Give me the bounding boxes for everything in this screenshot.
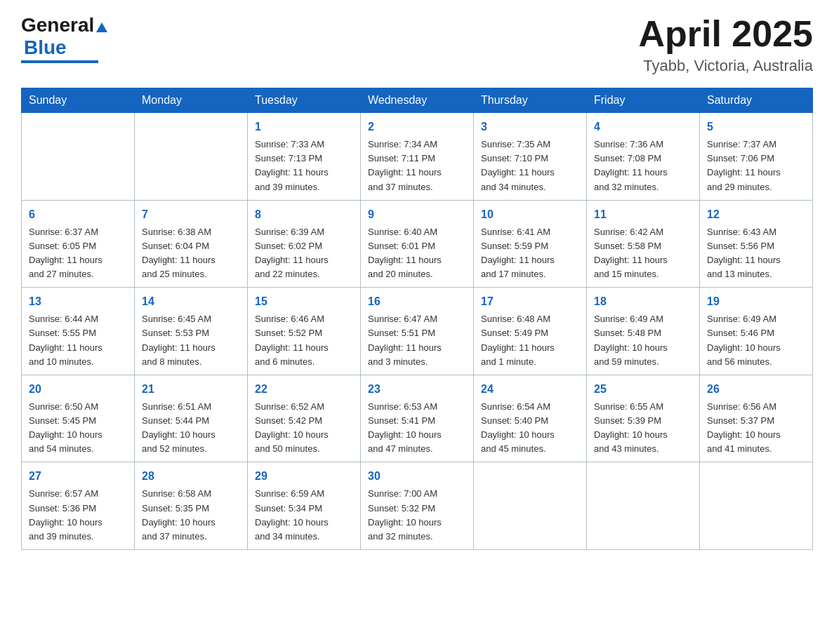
calendar-cell: 28Sunrise: 6:58 AM Sunset: 5:35 PM Dayli… [135, 462, 248, 550]
weekday-header-wednesday: Wednesday [361, 88, 474, 113]
day-number: 6 [29, 206, 127, 223]
day-info: Sunrise: 6:59 AM Sunset: 5:34 PM Dayligh… [255, 487, 353, 544]
calendar-cell: 19Sunrise: 6:49 AM Sunset: 5:46 PM Dayli… [700, 288, 813, 375]
day-number: 25 [594, 381, 692, 398]
day-number: 3 [481, 119, 579, 135]
calendar-cell [587, 462, 700, 550]
day-number: 14 [142, 293, 240, 310]
day-info: Sunrise: 6:49 AM Sunset: 5:46 PM Dayligh… [707, 312, 805, 369]
day-number: 9 [368, 206, 466, 223]
day-info: Sunrise: 6:42 AM Sunset: 5:58 PM Dayligh… [594, 225, 692, 282]
calendar-cell: 17Sunrise: 6:48 AM Sunset: 5:49 PM Dayli… [474, 288, 587, 375]
calendar-week-row: 6Sunrise: 6:37 AM Sunset: 6:05 PM Daylig… [22, 200, 813, 288]
calendar-cell: 15Sunrise: 6:46 AM Sunset: 5:52 PM Dayli… [248, 288, 361, 375]
calendar-week-row: 13Sunrise: 6:44 AM Sunset: 5:55 PM Dayli… [22, 288, 813, 375]
calendar-cell [700, 462, 813, 550]
weekday-header-sunday: Sunday [22, 88, 135, 113]
day-info: Sunrise: 7:37 AM Sunset: 7:06 PM Dayligh… [707, 137, 805, 194]
calendar-cell: 10Sunrise: 6:41 AM Sunset: 5:59 PM Dayli… [474, 200, 587, 288]
weekday-header-tuesday: Tuesday [248, 88, 361, 113]
day-info: Sunrise: 7:35 AM Sunset: 7:10 PM Dayligh… [481, 137, 579, 194]
logo: General Blue [21, 14, 108, 63]
day-info: Sunrise: 7:34 AM Sunset: 7:11 PM Dayligh… [368, 137, 466, 194]
weekday-header-thursday: Thursday [474, 88, 587, 113]
day-info: Sunrise: 6:52 AM Sunset: 5:42 PM Dayligh… [255, 400, 353, 457]
calendar-cell: 27Sunrise: 6:57 AM Sunset: 5:36 PM Dayli… [22, 462, 135, 550]
day-info: Sunrise: 6:41 AM Sunset: 5:59 PM Dayligh… [481, 225, 579, 282]
day-number: 19 [707, 293, 805, 310]
day-info: Sunrise: 6:46 AM Sunset: 5:52 PM Dayligh… [255, 312, 353, 369]
calendar-cell: 26Sunrise: 6:56 AM Sunset: 5:37 PM Dayli… [700, 375, 813, 462]
day-info: Sunrise: 7:36 AM Sunset: 7:08 PM Dayligh… [594, 137, 692, 194]
day-number: 16 [368, 293, 466, 310]
calendar-week-row: 27Sunrise: 6:57 AM Sunset: 5:36 PM Dayli… [22, 462, 813, 550]
day-number: 17 [481, 293, 579, 310]
page-header: General Blue April 2025 Tyabb, Victoria,… [21, 14, 813, 75]
calendar-cell: 21Sunrise: 6:51 AM Sunset: 5:44 PM Dayli… [135, 375, 248, 462]
weekday-header-friday: Friday [587, 88, 700, 113]
calendar-week-row: 1Sunrise: 7:33 AM Sunset: 7:13 PM Daylig… [22, 113, 813, 201]
logo-blue-text: Blue [24, 36, 67, 58]
calendar-location: Tyabb, Victoria, Australia [638, 57, 813, 75]
calendar-cell [22, 113, 135, 201]
day-info: Sunrise: 6:40 AM Sunset: 6:01 PM Dayligh… [368, 225, 466, 282]
day-info: Sunrise: 7:00 AM Sunset: 5:32 PM Dayligh… [368, 487, 466, 544]
calendar-cell: 14Sunrise: 6:45 AM Sunset: 5:53 PM Dayli… [135, 288, 248, 375]
day-number: 24 [481, 381, 579, 398]
day-number: 28 [142, 468, 240, 485]
day-number: 11 [594, 206, 692, 223]
calendar-cell: 18Sunrise: 6:49 AM Sunset: 5:48 PM Dayli… [587, 288, 700, 375]
day-number: 12 [707, 206, 805, 223]
day-info: Sunrise: 6:38 AM Sunset: 6:04 PM Dayligh… [142, 225, 240, 282]
day-info: Sunrise: 7:33 AM Sunset: 7:13 PM Dayligh… [255, 137, 353, 194]
calendar-cell: 1Sunrise: 7:33 AM Sunset: 7:13 PM Daylig… [248, 113, 361, 201]
logo-word: General [21, 14, 108, 36]
calendar-cell: 12Sunrise: 6:43 AM Sunset: 5:56 PM Dayli… [700, 200, 813, 288]
logo-bar [21, 60, 98, 63]
calendar-cell: 13Sunrise: 6:44 AM Sunset: 5:55 PM Dayli… [22, 288, 135, 375]
calendar-week-row: 20Sunrise: 6:50 AM Sunset: 5:45 PM Dayli… [22, 375, 813, 462]
day-info: Sunrise: 6:44 AM Sunset: 5:55 PM Dayligh… [29, 312, 127, 369]
calendar-title: April 2025 [638, 14, 813, 54]
day-number: 20 [29, 381, 127, 398]
day-number: 26 [707, 381, 805, 398]
day-info: Sunrise: 6:58 AM Sunset: 5:35 PM Dayligh… [142, 487, 240, 544]
day-number: 13 [29, 293, 127, 310]
day-number: 21 [142, 381, 240, 398]
calendar-cell: 9Sunrise: 6:40 AM Sunset: 6:01 PM Daylig… [361, 200, 474, 288]
calendar-cell: 6Sunrise: 6:37 AM Sunset: 6:05 PM Daylig… [22, 200, 135, 288]
day-info: Sunrise: 6:54 AM Sunset: 5:40 PM Dayligh… [481, 400, 579, 457]
day-number: 2 [368, 119, 466, 135]
calendar-cell: 5Sunrise: 7:37 AM Sunset: 7:06 PM Daylig… [700, 113, 813, 201]
weekday-header-saturday: Saturday [700, 88, 813, 113]
calendar-cell: 30Sunrise: 7:00 AM Sunset: 5:32 PM Dayli… [361, 462, 474, 550]
calendar-cell: 11Sunrise: 6:42 AM Sunset: 5:58 PM Dayli… [587, 200, 700, 288]
weekday-header-monday: Monday [135, 88, 248, 113]
weekday-header-row: SundayMondayTuesdayWednesdayThursdayFrid… [22, 88, 813, 113]
day-info: Sunrise: 6:47 AM Sunset: 5:51 PM Dayligh… [368, 312, 466, 369]
day-number: 5 [707, 119, 805, 135]
calendar-cell: 7Sunrise: 6:38 AM Sunset: 6:04 PM Daylig… [135, 200, 248, 288]
day-number: 10 [481, 206, 579, 223]
day-number: 30 [368, 468, 466, 485]
day-info: Sunrise: 6:45 AM Sunset: 5:53 PM Dayligh… [142, 312, 240, 369]
calendar-cell: 29Sunrise: 6:59 AM Sunset: 5:34 PM Dayli… [248, 462, 361, 550]
logo-general-text: General [21, 14, 94, 36]
day-number: 7 [142, 206, 240, 223]
title-block: April 2025 Tyabb, Victoria, Australia [638, 14, 813, 75]
day-info: Sunrise: 6:49 AM Sunset: 5:48 PM Dayligh… [594, 312, 692, 369]
calendar-cell: 22Sunrise: 6:52 AM Sunset: 5:42 PM Dayli… [248, 375, 361, 462]
day-info: Sunrise: 6:37 AM Sunset: 6:05 PM Dayligh… [29, 225, 127, 282]
calendar-cell: 4Sunrise: 7:36 AM Sunset: 7:08 PM Daylig… [587, 113, 700, 201]
day-number: 29 [255, 468, 353, 485]
svg-marker-0 [96, 22, 107, 32]
calendar-cell: 23Sunrise: 6:53 AM Sunset: 5:41 PM Dayli… [361, 375, 474, 462]
calendar-cell [474, 462, 587, 550]
day-number: 1 [255, 119, 353, 135]
calendar-cell: 8Sunrise: 6:39 AM Sunset: 6:02 PM Daylig… [248, 200, 361, 288]
day-info: Sunrise: 6:56 AM Sunset: 5:37 PM Dayligh… [707, 400, 805, 457]
calendar-cell: 16Sunrise: 6:47 AM Sunset: 5:51 PM Dayli… [361, 288, 474, 375]
day-number: 23 [368, 381, 466, 398]
day-info: Sunrise: 6:50 AM Sunset: 5:45 PM Dayligh… [29, 400, 127, 457]
day-number: 4 [594, 119, 692, 135]
